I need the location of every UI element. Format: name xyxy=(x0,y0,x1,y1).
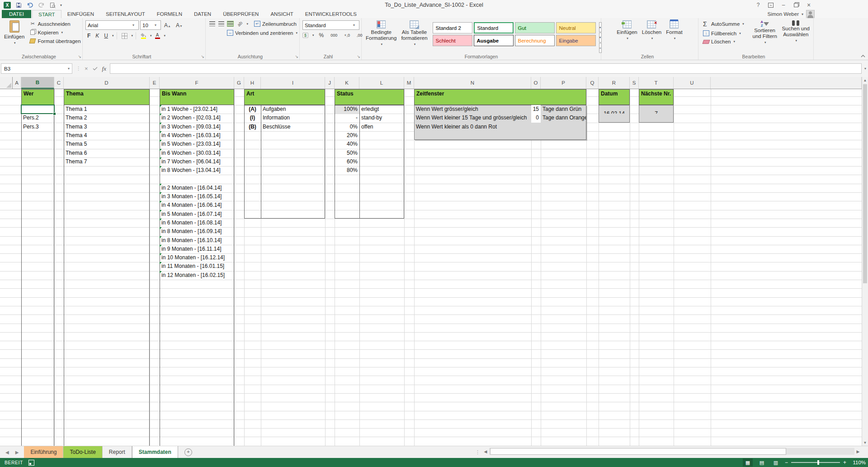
merge-center-button[interactable]: ↔ Verbinden und zentrieren ▾ xyxy=(226,29,298,36)
save-icon[interactable] xyxy=(15,1,22,9)
cell-L3[interactable]: erledigt xyxy=(359,105,404,114)
column-header-D[interactable]: D xyxy=(64,77,150,89)
sheet-nav-right-icon[interactable]: ▶ xyxy=(15,450,19,455)
column-header-F[interactable]: F xyxy=(160,77,234,89)
font-color-button[interactable]: A xyxy=(153,33,162,39)
cell-N3[interactable]: Wenn Wert grösser/gleich xyxy=(414,105,531,114)
cell-I3[interactable]: Aufgaben xyxy=(261,105,325,114)
column-header-U[interactable]: U xyxy=(674,77,711,89)
dialog-launcher-icon[interactable]: ↘ xyxy=(78,54,81,59)
name-box-caret-icon[interactable]: ▾ xyxy=(68,67,72,71)
sheet-nav-left-icon[interactable]: ◀ xyxy=(5,450,9,455)
copy-button[interactable]: Kopieren ▾ xyxy=(28,29,81,36)
orientation-button[interactable]: ab xyxy=(236,21,244,26)
ribbon-tab-datei[interactable]: DATEI xyxy=(2,10,31,18)
redo-icon[interactable] xyxy=(38,1,45,9)
cell-D7[interactable]: Thema 5 xyxy=(64,140,150,148)
print-preview-icon[interactable] xyxy=(49,1,56,9)
name-box[interactable]: B3 ▾ xyxy=(1,63,72,74)
cell-N5[interactable]: Wenn Wert kleiner als 0 dann Rot xyxy=(414,123,531,131)
expand-formula-bar-icon[interactable]: ▾ xyxy=(863,67,868,71)
bold-button[interactable]: F xyxy=(85,33,92,39)
cell-F4[interactable]: in 2 Wochen - [02.03.14] xyxy=(160,114,234,122)
minimize-icon[interactable]: – xyxy=(778,0,789,10)
ribbon-tab-seitenlayout[interactable]: SEITENLAYOUT xyxy=(100,10,151,18)
thousands-format-button[interactable]: 000 xyxy=(329,33,339,38)
cell-D6[interactable]: Thema 4 xyxy=(64,131,150,140)
paste-button[interactable]: Einfügen ▾ xyxy=(2,19,27,53)
fill-color-button[interactable] xyxy=(139,33,148,39)
collapse-ribbon-icon[interactable] xyxy=(861,54,865,58)
formula-input[interactable] xyxy=(110,63,862,74)
column-header-E[interactable]: E xyxy=(150,77,160,89)
zoom-slider[interactable] xyxy=(791,462,840,463)
shrink-font-button[interactable]: A▼ xyxy=(174,22,184,29)
cell-style-berechnung[interactable]: Berechnung xyxy=(515,35,555,46)
cell-F19[interactable]: in 9 Monaten - [16.11.14] xyxy=(160,245,234,253)
cell-D5[interactable]: Thema 3 xyxy=(64,123,150,131)
wrap-text-button[interactable]: ↵ Zeilenumbruch xyxy=(253,20,297,27)
cell-F13[interactable]: in 3 Monaten - [16.05.14] xyxy=(160,192,234,201)
align-middle-icon[interactable] xyxy=(218,21,224,26)
sheet-tab-todo-liste[interactable]: ToDo-Liste xyxy=(63,446,102,458)
zoom-in-button[interactable]: + xyxy=(843,459,846,466)
dialog-launcher-icon[interactable]: ↘ xyxy=(201,54,204,59)
cell-style-eingabe[interactable]: Eingabe xyxy=(556,35,596,46)
sort-filter-button[interactable]: AZ Sortieren und Filtern▾ xyxy=(750,19,780,53)
number-format-select[interactable]: Standard▾ xyxy=(302,20,359,30)
cell-F14[interactable]: in 4 Monaten - [16.06.14] xyxy=(160,201,234,210)
cell-K4[interactable]: - xyxy=(335,114,359,122)
restore-icon[interactable] xyxy=(790,0,802,10)
cell-F15[interactable]: in 5 Monaten - [16.07.14] xyxy=(160,210,234,219)
currency-format-button[interactable]: $ xyxy=(302,33,308,38)
cell-F6[interactable]: in 4 Wochen - [16.03.14] xyxy=(160,131,234,140)
insert-cells-button[interactable]: Einfügen ▾ xyxy=(617,19,637,53)
cell-F9[interactable]: in 7 Wochen - [06.04.14] xyxy=(160,157,234,166)
cell-P3[interactable]: Tage dann Grün xyxy=(541,105,586,114)
column-header-O[interactable]: O xyxy=(531,77,541,89)
cell-I5[interactable]: Beschlüsse xyxy=(261,123,325,131)
cell-style-ausgabe[interactable]: Ausgabe xyxy=(474,35,514,46)
fill-button[interactable]: ↓ Füllbereich▾ xyxy=(702,30,745,37)
scroll-down-icon[interactable]: ▼ xyxy=(862,439,868,446)
autosum-button[interactable]: Σ AutoSumme▾ xyxy=(702,20,745,28)
cell-style-gut[interactable]: Gut xyxy=(515,22,555,33)
column-header-S[interactable]: S xyxy=(630,77,639,89)
cell-K10[interactable]: 80% xyxy=(335,166,359,175)
ribbon-display-icon[interactable] xyxy=(765,0,777,10)
format-cells-button[interactable]: Format ▾ xyxy=(666,19,682,53)
vertical-scrollbar[interactable]: ▲ ▼ xyxy=(862,77,868,446)
format-as-table-button[interactable]: Als Tabelle formatieren ▾ xyxy=(399,19,429,53)
zoom-slider-thumb[interactable] xyxy=(817,460,819,465)
normal-view-button[interactable]: ▦ xyxy=(743,458,753,467)
column-header-A[interactable]: A xyxy=(13,77,21,89)
cell-I4[interactable]: Information xyxy=(261,114,325,122)
close-icon[interactable]: × xyxy=(803,0,815,10)
cell-F17[interactable]: in 8 Monaten - [16.09.14] xyxy=(160,227,234,236)
customize-qat-icon[interactable]: ▾ xyxy=(60,3,62,7)
cell-style-schlecht[interactable]: Schlecht xyxy=(433,35,472,46)
column-header-J[interactable]: J xyxy=(325,77,335,89)
cell-F20[interactable]: in 10 Monaten - [16.12.14] xyxy=(160,253,234,262)
find-select-button[interactable]: Suchen und Auswählen▾ xyxy=(780,19,811,53)
cell-D8[interactable]: Thema 6 xyxy=(64,149,150,157)
horizontal-scroll-thumb[interactable] xyxy=(490,448,786,455)
align-bottom-icon[interactable] xyxy=(227,21,233,26)
cell-F12[interactable]: in 2 Monaten - [16.04.14] xyxy=(160,184,234,192)
cell-F16[interactable]: in 6 Monaten - [16.08.14] xyxy=(160,219,234,227)
column-header-B[interactable]: B xyxy=(21,77,54,89)
cell-K5[interactable]: 0% xyxy=(335,123,359,131)
column-header-C[interactable]: C xyxy=(54,77,64,89)
cell-D9[interactable]: Thema 7 xyxy=(64,157,150,166)
increase-decimal-button[interactable]: +,0 xyxy=(342,33,352,38)
vertical-scroll-thumb[interactable] xyxy=(863,84,867,283)
cell-N4[interactable]: Wenn Wert kleiner 15 Tage und grösser/gl… xyxy=(414,114,531,122)
cell-L5[interactable]: offen xyxy=(359,123,404,131)
conditional-formatting-button[interactable]: Bedingte Formatierung ▾ xyxy=(363,19,399,53)
page-layout-view-button[interactable]: ▤ xyxy=(757,458,767,467)
column-header-T[interactable]: T xyxy=(639,77,674,89)
cell-T3[interactable]: 7 xyxy=(639,105,674,114)
delete-cells-button[interactable]: × Löschen ▾ xyxy=(642,19,661,53)
cell-K8[interactable]: 50% xyxy=(335,149,359,157)
format-painter-button[interactable]: Format übertragen xyxy=(28,38,81,44)
